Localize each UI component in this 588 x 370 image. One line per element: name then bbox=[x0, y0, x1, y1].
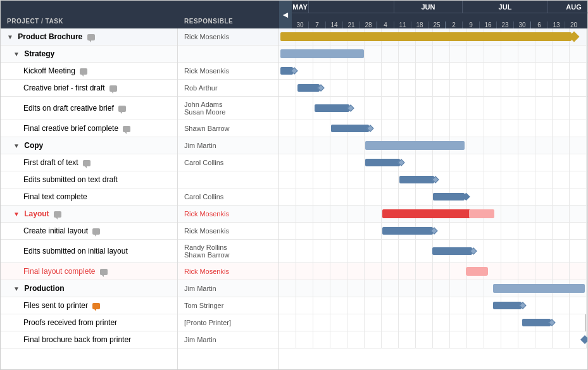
chart-row-4 bbox=[279, 80, 587, 97]
comment-icon-final-creative[interactable] bbox=[123, 126, 130, 132]
resp-row-13: Randy RollinsShawn Barrow bbox=[178, 240, 278, 263]
bar-strategy bbox=[280, 49, 364, 58]
resp-cell-1: Rick Mosenkis bbox=[178, 30, 279, 43]
row-create-layout-task: Create initial layout bbox=[1, 223, 177, 240]
month-row: MAY JUN JUL AUG bbox=[292, 1, 588, 13]
task-cell-create-layout: Create initial layout bbox=[1, 224, 178, 238]
row-first-draft-text-task: First draft of text bbox=[1, 154, 177, 171]
label-layout: Layout bbox=[24, 209, 49, 218]
resp-row-14: Rick Mosenkis bbox=[178, 263, 278, 280]
chart-panel bbox=[279, 28, 587, 369]
row-edits-layout-task: Edits submitted on initial layout bbox=[1, 240, 177, 263]
row-final-text-task: Final text complete bbox=[1, 188, 177, 206]
task-cell-creative-brief: Creative brief - first draft bbox=[1, 81, 178, 95]
comment-icon-kickoff[interactable] bbox=[80, 68, 87, 75]
comment-icon-create-layout[interactable] bbox=[92, 228, 100, 235]
row-creative-brief-task: Creative brief - first draft bbox=[1, 80, 177, 97]
task-column-label: PROJECT / TASK bbox=[7, 18, 172, 25]
expand-icon-product-brochure[interactable]: ▼ bbox=[7, 34, 13, 40]
resp-row-15: Jim Martin bbox=[178, 280, 278, 297]
expand-icon-strategy[interactable]: ▼ bbox=[13, 51, 20, 58]
resp-row-7: Jim Martin bbox=[178, 137, 278, 154]
chart-row-3 bbox=[279, 63, 587, 80]
chart-rows bbox=[279, 28, 587, 348]
resp-cell-8: Carol Collins bbox=[178, 156, 279, 169]
task-cell-production: ▼ Production bbox=[1, 281, 178, 295]
comment-icon-edits-draft[interactable] bbox=[118, 106, 126, 112]
nav-prev-button[interactable]: ◄ bbox=[279, 1, 292, 28]
resp-cell-16: Tom Stringer bbox=[178, 299, 279, 312]
row-edits-draft-task: Edits on draft creative brief bbox=[1, 97, 177, 120]
chart-row-17 bbox=[279, 314, 587, 331]
resp-cell-14: Rick Mosenkis bbox=[178, 265, 279, 278]
label-edits-draft: Edits on draft creative brief bbox=[23, 104, 114, 113]
chart-row-6 bbox=[279, 120, 587, 137]
bar-edits-layout bbox=[432, 247, 472, 255]
row-files-printer-task: Files sent to printer bbox=[1, 297, 177, 314]
task-cell-kickoff: Kickoff Meeting bbox=[1, 64, 178, 78]
month-jul: JUL bbox=[463, 1, 548, 13]
resp-row-17: [Pronto Printer] bbox=[178, 314, 278, 331]
week-6: 6 bbox=[531, 22, 548, 28]
chart-row-11 bbox=[279, 206, 587, 223]
week-25: 25 bbox=[428, 22, 446, 28]
bar-layout-end bbox=[469, 209, 494, 218]
expand-icon-production[interactable]: ▼ bbox=[13, 285, 20, 292]
comment-icon-files-printer[interactable] bbox=[92, 303, 100, 309]
task-cell-final-text: Final text complete bbox=[1, 190, 178, 204]
bar-create-layout bbox=[382, 227, 433, 235]
resp-cell-3: Rick Mosenkis bbox=[178, 65, 279, 77]
resp-row-11: Rick Mosenkis bbox=[178, 206, 278, 223]
task-cell-final-layout: Final layout complete bbox=[1, 264, 178, 278]
resp-row-12: Rick Mosenkis bbox=[178, 223, 278, 240]
resp-cell-12: Rick Mosenkis bbox=[178, 225, 279, 237]
resp-cell-4: Rob Arthur bbox=[178, 82, 279, 94]
week-14: 14 bbox=[326, 22, 343, 28]
resp-cell-9 bbox=[178, 177, 279, 182]
label-final-brochure: Final brochure back from printer bbox=[23, 335, 131, 344]
resp-cell-2 bbox=[178, 51, 279, 56]
bar-final-creative bbox=[331, 125, 369, 132]
chart-row-8 bbox=[279, 154, 587, 171]
task-cell-first-draft-text: First draft of text bbox=[1, 156, 178, 170]
comment-icon-first-draft-text[interactable] bbox=[83, 160, 91, 166]
resp-cell-7: Jim Martin bbox=[178, 139, 279, 152]
week-23: 23 bbox=[497, 22, 514, 28]
week-4: 4 bbox=[377, 22, 394, 28]
chart-row-7 bbox=[279, 137, 587, 154]
label-final-creative: Final creative brief complete bbox=[23, 124, 118, 133]
gantt-header: PROJECT / TASK RESPONSIBLE ◄ MAY JUN JUL… bbox=[1, 1, 587, 28]
gantt-body: ▼ Product Brochure ▼ Strategy Kickoff Me… bbox=[1, 28, 587, 369]
expand-icon-copy[interactable]: ▼ bbox=[13, 142, 20, 149]
resp-cell-18: Jim Martin bbox=[178, 333, 279, 346]
week-row: 30 7 14 21 28 4 11 18 25 2 9 16 23 30 6 … bbox=[292, 13, 588, 28]
row-proofs-task: Proofs received from printer bbox=[1, 314, 177, 331]
task-cell-edits-text: Edits submitted on text draft bbox=[1, 173, 178, 187]
task-cell-final-brochure: Final brochure back from printer bbox=[1, 333, 178, 347]
comment-icon-creative-brief[interactable] bbox=[109, 85, 117, 92]
expand-icon-layout[interactable]: ▼ bbox=[13, 211, 20, 218]
chart-row-18 bbox=[279, 331, 587, 348]
comment-icon-layout[interactable] bbox=[54, 211, 61, 218]
connector-final-brochure bbox=[585, 314, 585, 331]
resp-row-18: Jim Martin bbox=[178, 331, 278, 348]
bar-first-draft-text bbox=[365, 159, 400, 166]
month-jun: JUN bbox=[394, 1, 463, 13]
comment-icon-product-brochure[interactable] bbox=[87, 34, 95, 40]
resp-row-1: Rick Mosenkis bbox=[178, 28, 278, 46]
resp-cell-17: [Pronto Printer] bbox=[178, 316, 279, 329]
label-product-brochure: Product Brochure bbox=[18, 32, 82, 41]
comment-icon-final-layout[interactable] bbox=[100, 269, 108, 275]
week-21: 21 bbox=[343, 22, 360, 28]
diamond-final-brochure bbox=[580, 335, 587, 344]
row-final-creative-task: Final creative brief complete bbox=[1, 120, 177, 137]
label-creative-brief: Creative brief - first draft bbox=[23, 83, 105, 92]
label-files-printer: Files sent to printer bbox=[23, 301, 88, 310]
chart-row-16 bbox=[279, 297, 587, 314]
week-30: 30 bbox=[292, 22, 309, 28]
task-column-header: PROJECT / TASK bbox=[1, 1, 178, 28]
chart-row-9 bbox=[279, 171, 587, 188]
resp-cell-5: John AdamsSusan Moore bbox=[178, 98, 279, 118]
timeline-header: MAY JUN JUL AUG 30 7 14 21 28 4 11 18 25… bbox=[292, 1, 588, 28]
label-create-layout: Create initial layout bbox=[23, 226, 88, 235]
